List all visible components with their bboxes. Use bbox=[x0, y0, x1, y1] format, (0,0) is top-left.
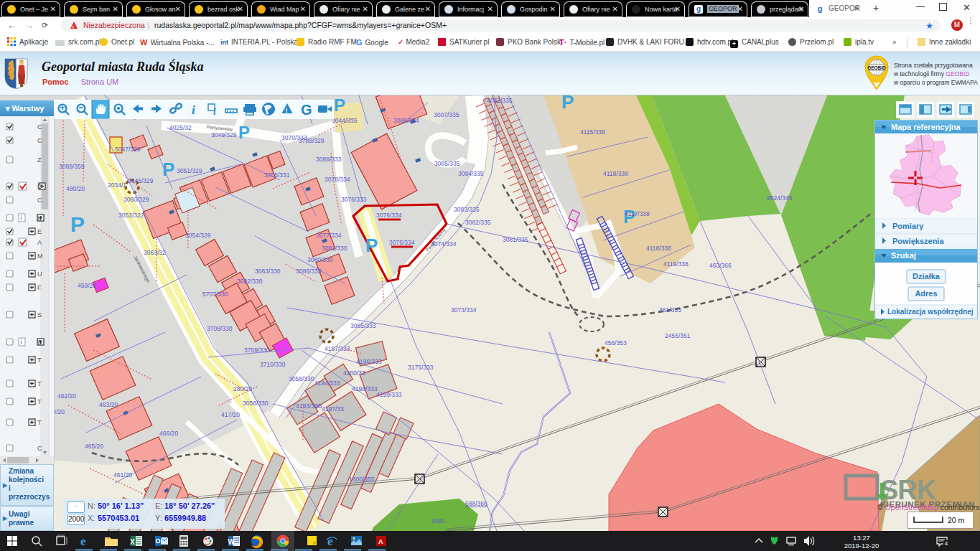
svg-text:!: ! bbox=[286, 107, 288, 114]
svg-text:4187/333: 4187/333 bbox=[325, 345, 350, 352]
svg-text:Działka: Działka bbox=[913, 272, 941, 281]
svg-text:S: S bbox=[37, 311, 42, 319]
svg-text:3081/335: 3081/335 bbox=[503, 236, 528, 243]
svg-text:3049/329: 3049/329 bbox=[211, 131, 237, 138]
svg-text:3081/330: 3081/330 bbox=[322, 245, 347, 252]
svg-text:4193/33B: 4193/33B bbox=[296, 402, 322, 410]
svg-text:3076/333: 3076/333 bbox=[341, 196, 367, 203]
svg-text:466/20: 466/20 bbox=[159, 430, 178, 437]
svg-text:3070/333: 3070/333 bbox=[281, 134, 307, 141]
svg-text:3060/329: 3060/329 bbox=[123, 196, 149, 203]
svg-text:P: P bbox=[334, 95, 345, 115]
svg-text:4200/33: 4200/33 bbox=[343, 369, 365, 377]
svg-text:T: T bbox=[37, 398, 42, 405]
svg-text:3083/335: 3083/335 bbox=[454, 206, 480, 213]
svg-text:4117/338: 4117/338 bbox=[625, 210, 650, 217]
svg-text:3491: 3491 bbox=[431, 517, 444, 524]
svg-text:4196/333: 4196/333 bbox=[356, 358, 382, 365]
svg-text:i: i bbox=[21, 339, 22, 345]
svg-text:4199/333: 4199/333 bbox=[376, 391, 402, 398]
svg-text:E: E bbox=[37, 228, 42, 235]
svg-text:i: i bbox=[21, 215, 22, 221]
svg-text:5047/329: 5047/329 bbox=[115, 146, 141, 153]
svg-text:P: P bbox=[561, 95, 574, 113]
svg-text:461/353: 461/353 bbox=[659, 306, 681, 314]
svg-text:D: D bbox=[37, 183, 42, 190]
svg-text:3063/330: 3063/330 bbox=[255, 268, 281, 275]
svg-text:3708/330: 3708/330 bbox=[207, 325, 233, 332]
svg-text:2034/1: 2034/1 bbox=[108, 182, 126, 189]
svg-text:3082/335: 3082/335 bbox=[465, 219, 491, 226]
svg-text:Powiększenia: Powiększenia bbox=[892, 237, 944, 245]
svg-text:T: T bbox=[37, 357, 42, 364]
svg-text:GEOBID: GEOBID bbox=[867, 65, 886, 70]
svg-text:5707/330: 5707/330 bbox=[202, 291, 228, 298]
svg-text:C: C bbox=[37, 197, 42, 204]
svg-text:463/366: 463/366 bbox=[709, 262, 732, 269]
svg-text:2455/351: 2455/351 bbox=[665, 332, 691, 339]
svg-text:G: G bbox=[301, 102, 312, 118]
svg-text:4197/33: 4197/33 bbox=[322, 405, 344, 413]
svg-text:Lokalizacja współrzędnej: Lokalizacja współrzędnej bbox=[887, 308, 974, 316]
svg-text:4118/338: 4118/338 bbox=[646, 245, 671, 252]
svg-text:C: C bbox=[37, 445, 42, 452]
svg-text:3076/334: 3076/334 bbox=[376, 212, 402, 219]
svg-text:2524/345: 2524/345 bbox=[767, 194, 793, 202]
svg-text:A: A bbox=[378, 538, 383, 545]
svg-text:3085/335: 3085/335 bbox=[434, 160, 460, 167]
svg-text:3058/330: 3058/330 bbox=[289, 375, 314, 382]
svg-text:4194/333: 4194/333 bbox=[314, 380, 340, 387]
svg-text:3082/330: 3082/330 bbox=[237, 278, 263, 285]
svg-text:C: C bbox=[37, 123, 42, 131]
svg-text:1600/355: 1600/355 bbox=[349, 476, 375, 483]
svg-text:P: P bbox=[365, 235, 378, 256]
svg-text:3080/330: 3080/330 bbox=[307, 256, 333, 263]
svg-text:3089/359: 3089/359 bbox=[59, 163, 85, 170]
svg-text:3088/333: 3088/333 bbox=[316, 156, 342, 163]
svg-text:Mapa referencyjna: Mapa referencyjna bbox=[891, 123, 961, 131]
svg-text:3709/330: 3709/330 bbox=[244, 347, 270, 354]
svg-text:e: e bbox=[327, 534, 333, 548]
svg-text:3084/335: 3084/335 bbox=[458, 170, 484, 177]
svg-text:4: 4 bbox=[945, 540, 948, 547]
svg-text:456/353: 456/353 bbox=[605, 339, 627, 347]
svg-text:3045/329: 3045/329 bbox=[128, 177, 154, 184]
svg-text:20 m: 20 m bbox=[948, 516, 965, 524]
svg-text:M: M bbox=[37, 253, 43, 260]
svg-text:3054/329: 3054/329 bbox=[185, 232, 211, 239]
svg-text:P: P bbox=[238, 123, 250, 142]
svg-text:Pomiary: Pomiary bbox=[892, 222, 924, 230]
svg-text:3056/330: 3056/330 bbox=[243, 400, 269, 407]
svg-text:4198/333: 4198/333 bbox=[352, 385, 378, 392]
svg-text:P: P bbox=[70, 212, 85, 236]
svg-text:462/20: 462/20 bbox=[57, 392, 76, 400]
svg-text:3086/334: 3086/334 bbox=[393, 117, 419, 124]
svg-text:3086/333: 3086/333 bbox=[296, 268, 322, 275]
svg-text:3085/333: 3085/333 bbox=[350, 322, 376, 329]
svg-text:Z: Z bbox=[37, 156, 42, 164]
svg-text:3075/334: 3075/334 bbox=[389, 239, 415, 246]
svg-text:417/20: 417/20 bbox=[221, 411, 240, 418]
svg-text:3073/334: 3073/334 bbox=[451, 306, 477, 314]
svg-text:3077/334: 3077/334 bbox=[316, 232, 342, 239]
svg-text:480/20: 480/20 bbox=[66, 185, 85, 192]
svg-text:3705/331: 3705/331 bbox=[264, 171, 290, 179]
svg-text:3710/330: 3710/330 bbox=[260, 361, 286, 368]
svg-text:3044/335: 3044/335 bbox=[332, 117, 358, 124]
svg-text:W: W bbox=[228, 538, 235, 546]
svg-text:C: C bbox=[37, 339, 42, 346]
svg-text:459/20: 459/20 bbox=[78, 282, 96, 289]
svg-text:i: i bbox=[213, 106, 216, 117]
svg-text:4025/32: 4025/32 bbox=[169, 124, 192, 131]
svg-text:4115/338: 4115/338 bbox=[580, 128, 605, 136]
svg-text:588/366: 588/366 bbox=[465, 500, 487, 507]
svg-text:U: U bbox=[37, 270, 42, 278]
svg-text:i: i bbox=[192, 103, 195, 117]
svg-text:Szukaj: Szukaj bbox=[891, 251, 916, 260]
svg-text:3063/32: 3063/32 bbox=[144, 249, 166, 256]
svg-text:463/20: 463/20 bbox=[99, 401, 118, 408]
svg-text:465/20: 465/20 bbox=[85, 443, 103, 450]
svg-text:X: X bbox=[130, 538, 135, 546]
svg-text:3078/334: 3078/334 bbox=[325, 176, 350, 183]
svg-text:280/20: 280/20 bbox=[233, 385, 252, 392]
